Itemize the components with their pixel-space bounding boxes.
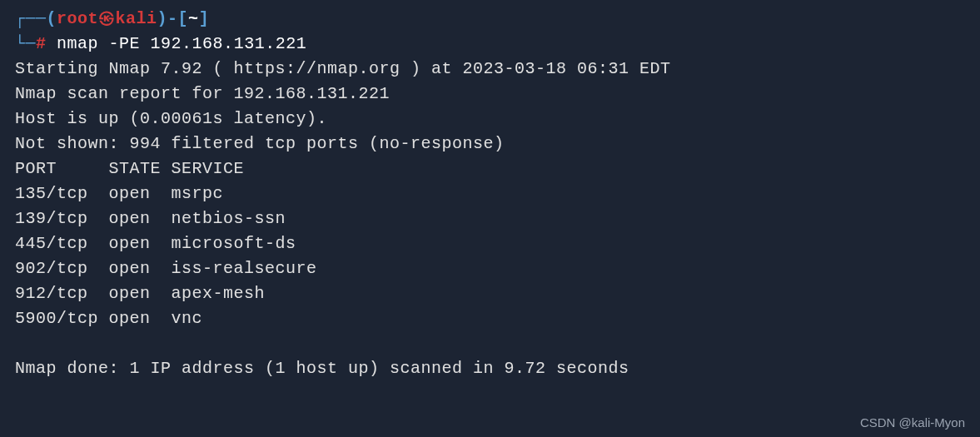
- prompt-hash: #: [36, 34, 47, 53]
- output-scan-report: Nmap scan report for 192.168.131.221: [15, 82, 965, 107]
- header-state: STATE: [109, 159, 162, 178]
- output-host-up: Host is up (0.00061s latency).: [15, 107, 965, 132]
- bracket-open: [: [178, 9, 189, 28]
- output-starting: Starting Nmap 7.92 ( https://nmap.org ) …: [15, 57, 965, 82]
- header-service: SERVICE: [172, 159, 245, 178]
- output-done: Nmap done: 1 IP address (1 host up) scan…: [15, 356, 965, 381]
- watermark: CSDN @kali-Myon: [860, 414, 965, 433]
- command-target: 192.168.131.221: [151, 34, 307, 53]
- prompt-hostname: kali: [116, 9, 157, 28]
- prompt-dash: -: [167, 9, 178, 28]
- table-row: 139/tcp open netbios-ssn: [15, 206, 965, 231]
- prompt-line-2: └─# nmap -PE 192.168.131.221: [15, 32, 965, 57]
- ports-table: 135/tcp open msrpc139/tcp open netbios-s…: [15, 181, 965, 331]
- ports-header: PORT STATE SERVICE: [15, 156, 965, 181]
- prompt-user: root: [57, 9, 98, 28]
- command-name: nmap: [57, 34, 98, 53]
- bracket-close: ]: [199, 9, 210, 28]
- prompt-corner-top: ┌──: [15, 9, 47, 28]
- output-not-shown: Not shown: 994 filtered tcp ports (no-re…: [15, 132, 965, 156]
- table-row: 445/tcp open microsoft-ds: [15, 231, 965, 256]
- prompt-at-icon: ㉿: [98, 9, 116, 28]
- terminal-content[interactable]: ┌──(root㉿kali)-[~] └─# nmap -PE 192.168.…: [15, 7, 965, 381]
- command-flag: -PE: [109, 34, 141, 53]
- paren-close: ): [157, 9, 168, 28]
- blank-line: [15, 331, 965, 356]
- prompt-corner-bottom: └─: [15, 34, 36, 53]
- table-row: 135/tcp open msrpc: [15, 181, 965, 206]
- paren-open: (: [47, 9, 57, 28]
- table-row: 912/tcp open apex-mesh: [15, 281, 965, 306]
- prompt-line-1: ┌──(root㉿kali)-[~]: [15, 7, 965, 32]
- table-row: 902/tcp open iss-realsecure: [15, 256, 965, 281]
- table-row: 5900/tcp open vnc: [15, 306, 965, 331]
- header-port: PORT: [15, 159, 57, 178]
- prompt-cwd: ~: [188, 9, 199, 28]
